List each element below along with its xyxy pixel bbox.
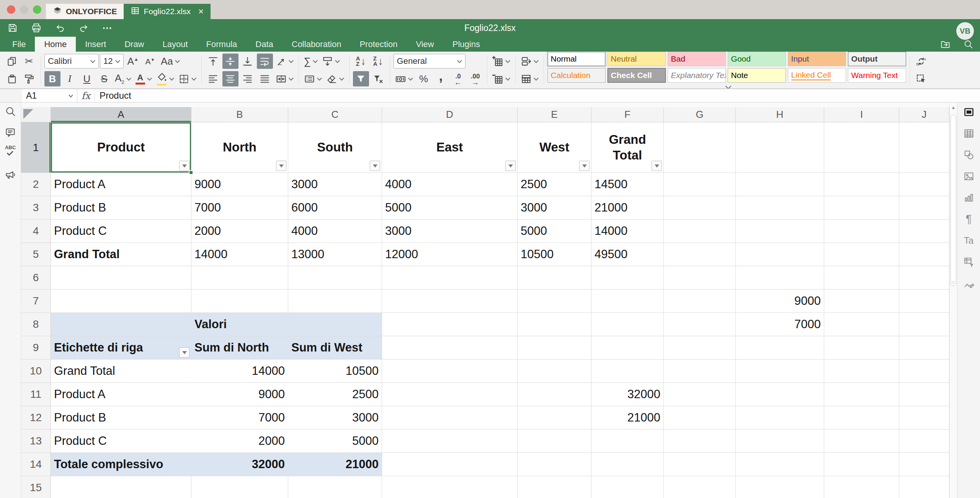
cell-D12[interactable] — [382, 406, 518, 430]
strikethrough-button[interactable]: S — [96, 71, 112, 86]
cell-B8[interactable]: Valori — [191, 313, 288, 336]
cell-H15[interactable] — [736, 476, 824, 498]
col-header-B[interactable]: B — [191, 107, 288, 122]
cell-C9[interactable]: Sum di West — [288, 336, 382, 360]
style-linked-cell[interactable]: Linked Cell — [788, 68, 846, 83]
cell-J12[interactable] — [899, 406, 949, 430]
cell-A2[interactable]: Product A — [51, 173, 191, 196]
menu-tab-file[interactable]: File — [3, 37, 35, 52]
autofilter-button-B1[interactable] — [276, 161, 286, 171]
cell-A5[interactable]: Grand Total — [51, 243, 191, 266]
col-header-A[interactable]: A — [51, 107, 191, 122]
close-tab-button[interactable]: × — [198, 6, 204, 17]
cell-A6[interactable] — [51, 266, 191, 290]
number-format-select[interactable]: General — [394, 54, 466, 68]
cell-E8[interactable] — [518, 313, 591, 336]
print-button[interactable] — [30, 21, 43, 34]
minimize-button[interactable] — [20, 5, 28, 14]
cell-H13[interactable] — [736, 430, 824, 453]
decrease-decimal-button[interactable]: .0← — [450, 71, 466, 86]
replace-button[interactable]: AB — [913, 54, 929, 69]
cell-H8[interactable]: 7000 — [736, 313, 824, 336]
cell-J4[interactable] — [899, 220, 949, 243]
cell-H12[interactable] — [736, 406, 824, 430]
cell-F4[interactable]: 14000 — [591, 220, 664, 243]
cell-J7[interactable] — [899, 290, 949, 313]
fill-color-button[interactable] — [155, 71, 176, 86]
menu-tab-view[interactable]: View — [407, 37, 443, 52]
comma-button[interactable]: , — [433, 71, 449, 86]
autofilter-button-D1[interactable] — [505, 161, 516, 171]
cell-F3[interactable]: 21000 — [591, 196, 664, 220]
spellcheck-button[interactable]: ABC — [3, 147, 17, 159]
cell-E4[interactable]: 5000 — [518, 220, 591, 243]
cell-C2[interactable]: 3000 — [288, 173, 382, 196]
cell-G2[interactable] — [664, 173, 736, 196]
cell-C6[interactable] — [288, 266, 382, 290]
cell-A1[interactable]: Product — [51, 122, 191, 173]
search-button[interactable] — [3, 105, 17, 117]
cell-H9[interactable] — [736, 336, 824, 360]
cell-H5[interactable] — [736, 243, 824, 266]
undo-button[interactable] — [54, 21, 67, 34]
cell-A3[interactable]: Product B — [51, 196, 191, 220]
style-warning-text[interactable]: Warning Text — [848, 68, 906, 83]
cell-E3[interactable]: 3000 — [518, 196, 591, 220]
cell-G5[interactable] — [664, 243, 736, 266]
signature-settings-button[interactable] — [962, 277, 976, 290]
borders-button[interactable] — [177, 71, 198, 86]
scrollbar-thumb[interactable] — [951, 115, 956, 286]
cell-A15[interactable] — [51, 476, 191, 498]
cell-C7[interactable] — [288, 290, 382, 313]
autofilter-button-C1[interactable] — [370, 161, 380, 171]
cell-I9[interactable] — [824, 336, 899, 360]
cell-G1[interactable] — [664, 122, 736, 173]
cell-G3[interactable] — [664, 196, 736, 220]
cell-E7[interactable] — [518, 290, 591, 313]
cell-E14[interactable] — [518, 453, 591, 476]
fill-cells-button[interactable] — [320, 54, 341, 69]
menu-tab-insert[interactable]: Insert — [76, 37, 115, 52]
cell-A9[interactable]: Etichette di riga — [51, 336, 191, 360]
cell-H4[interactable] — [736, 220, 824, 243]
filter-button[interactable] — [353, 71, 369, 86]
cell-I14[interactable] — [824, 453, 899, 476]
font-size-select[interactable]: 12 — [100, 54, 124, 68]
paragraph-settings-button[interactable]: ¶ — [962, 213, 976, 225]
align-middle-button[interactable] — [222, 54, 238, 69]
cell-C15[interactable] — [288, 476, 382, 498]
cell-C10[interactable]: 10500 — [288, 360, 382, 383]
tab-foglio22-xlsx[interactable]: Foglio22.xlsx× — [124, 4, 211, 19]
row-header-11[interactable]: 11 — [21, 383, 51, 406]
cell-D11[interactable] — [382, 383, 518, 406]
zoom-button[interactable] — [33, 5, 41, 14]
cell-A11[interactable]: Product A — [51, 383, 191, 406]
select-all-corner[interactable] — [21, 107, 51, 122]
save-button[interactable] — [6, 21, 19, 34]
col-header-J[interactable]: J — [899, 107, 949, 122]
cell-J2[interactable] — [899, 173, 949, 196]
percent-button[interactable]: % — [416, 71, 432, 86]
row-header-10[interactable]: 10 — [21, 360, 51, 383]
cell-B2[interactable]: 9000 — [191, 173, 288, 196]
cell-H6[interactable] — [736, 266, 824, 290]
cell-F14[interactable] — [591, 453, 664, 476]
autofilter-button-F1[interactable] — [652, 161, 662, 171]
cell-J8[interactable] — [899, 313, 949, 336]
cell-F1[interactable]: Grand Total — [591, 122, 664, 173]
image-settings-button[interactable] — [962, 170, 976, 182]
col-header-H[interactable]: H — [736, 107, 824, 122]
cell-F11[interactable]: 32000 — [591, 383, 664, 406]
more-styles-button[interactable] — [720, 84, 737, 88]
more-button[interactable]: ⋯ — [101, 21, 114, 34]
col-header-F[interactable]: F — [591, 107, 664, 122]
format-painter-button[interactable] — [21, 71, 37, 86]
style-bad[interactable]: Bad — [668, 52, 726, 66]
style-note[interactable]: Note — [728, 68, 786, 83]
sort-az-button[interactable]: AZ↓ — [353, 54, 369, 69]
cell-F2[interactable]: 14500 — [591, 173, 664, 196]
table-settings-button[interactable] — [962, 127, 976, 140]
close-button[interactable] — [7, 5, 15, 14]
cell-B11[interactable]: 9000 — [191, 383, 288, 406]
increase-decimal-button[interactable]: .00→ — [467, 71, 483, 86]
